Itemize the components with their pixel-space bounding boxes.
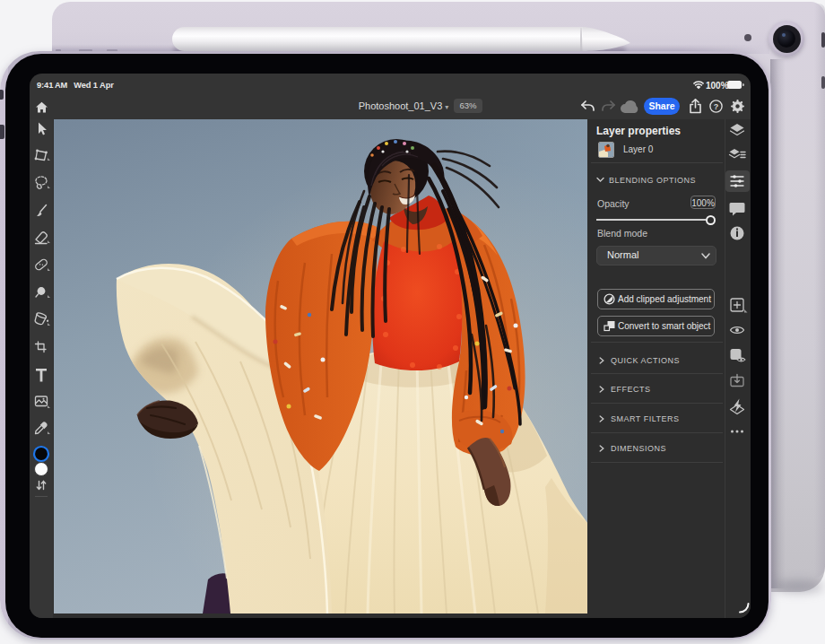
svg-text:?: ?	[714, 102, 719, 111]
